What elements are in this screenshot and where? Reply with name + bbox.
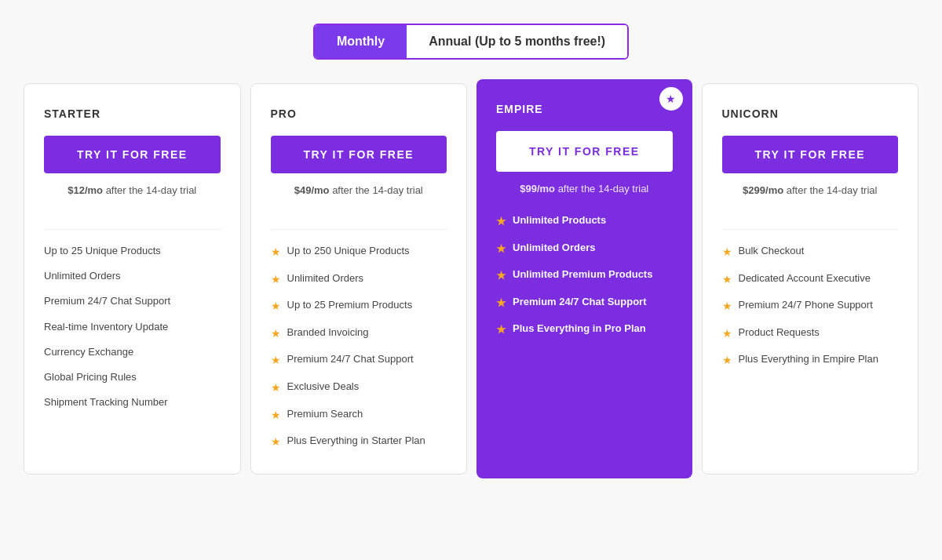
monthly-toggle-btn[interactable]: Monthly xyxy=(315,25,407,58)
feature-text: Premium 24/7 Chat Support xyxy=(287,352,414,366)
cta-button-pro[interactable]: TRY IT FOR FREE xyxy=(271,136,447,173)
star-icon: ★ xyxy=(496,268,506,284)
feature-text: Premium 24/7 Chat Support xyxy=(44,294,170,308)
feature-text: Currency Exchange xyxy=(44,345,133,359)
features-list-starter: Up to 25 Unique ProductsUnlimited Orders… xyxy=(44,244,221,409)
feature-item: Premium 24/7 Chat Support xyxy=(44,294,221,308)
feature-item: ★Unlimited Products xyxy=(496,213,673,230)
feature-text: Exclusive Deals xyxy=(287,380,360,394)
star-icon: ★ xyxy=(271,408,281,424)
star-icon: ★ xyxy=(722,326,732,342)
feature-item: ★Unlimited Premium Products xyxy=(496,267,673,284)
price-note-empire: $99/mo after the 14-day trial xyxy=(496,183,673,195)
plan-name-starter: STARTER xyxy=(44,107,221,120)
feature-text: Premium Search xyxy=(287,407,363,421)
feature-text: Dedicated Account Executive xyxy=(739,271,871,285)
feature-text: Up to 250 Unique Products xyxy=(287,244,410,258)
cta-button-starter[interactable]: TRY IT FOR FREE xyxy=(44,136,221,173)
feature-item: ★Product Requests xyxy=(722,325,899,342)
feature-item: ★Plus Everything in Starter Plan xyxy=(271,434,447,450)
feature-item: ★Exclusive Deals xyxy=(271,380,447,396)
feature-item: ★Up to 25 Premium Products xyxy=(271,298,447,315)
feature-item: ★Plus Everything in Empire Plan xyxy=(722,352,899,369)
feature-item: ★Premium 24/7 Chat Support xyxy=(496,295,673,311)
star-icon: ★ xyxy=(496,296,506,311)
feature-item: Unlimited Orders xyxy=(44,269,221,283)
star-icon: ★ xyxy=(722,299,732,315)
plan-name-pro: PRO xyxy=(271,107,447,120)
feature-item: Shipment Tracking Number xyxy=(44,395,221,409)
divider-starter xyxy=(44,229,221,230)
feature-item: ★Premium 24/7 Phone Support xyxy=(722,298,899,315)
plan-card-pro: PROTRY IT FOR FREE$49/mo after the 14-da… xyxy=(250,83,468,475)
star-icon: ★ xyxy=(496,322,506,338)
feature-item: Global Pricing Rules xyxy=(44,370,221,384)
feature-item: ★Dedicated Account Executive xyxy=(722,271,899,288)
feature-text: Real-time Inventory Update xyxy=(44,320,168,334)
feature-text: Plus Everything in Pro Plan xyxy=(513,322,646,336)
feature-text: Branded Invoicing xyxy=(287,325,369,340)
star-icon: ★ xyxy=(271,380,281,396)
feature-item: ★Premium 24/7 Chat Support xyxy=(271,352,447,369)
feature-item: ★Branded Invoicing xyxy=(271,325,447,342)
star-icon: ★ xyxy=(722,353,732,369)
star-icon: ★ xyxy=(271,353,281,369)
feature-text: Product Requests xyxy=(739,325,820,340)
star-icon: ★ xyxy=(271,435,281,450)
feature-text: Unlimited Premium Products xyxy=(513,267,652,282)
star-icon: ★ xyxy=(271,272,281,288)
feature-text: Bulk Checkout xyxy=(739,244,805,258)
feature-text: Premium 24/7 Phone Support xyxy=(739,298,873,312)
star-icon: ★ xyxy=(271,326,281,342)
feature-text: Unlimited Orders xyxy=(287,271,364,285)
feature-item: ★Unlimited Orders xyxy=(496,241,673,257)
feature-item: ★Bulk Checkout xyxy=(722,244,899,260)
feature-text: Up to 25 Premium Products xyxy=(287,298,413,312)
features-list-pro: ★Up to 250 Unique Products★Unlimited Ord… xyxy=(271,244,447,450)
feature-item: Real-time Inventory Update xyxy=(44,320,221,334)
billing-toggle: Monthly Annual (Up to 5 months free!) xyxy=(313,24,629,60)
featured-badge: ★ xyxy=(659,87,683,111)
feature-text: Unlimited Products xyxy=(513,213,606,227)
star-icon: ★ xyxy=(271,299,281,315)
feature-text: Premium 24/7 Chat Support xyxy=(513,295,646,309)
divider-unicorn xyxy=(722,229,899,230)
feature-text: Shipment Tracking Number xyxy=(44,395,168,409)
feature-text: Global Pricing Rules xyxy=(44,370,137,384)
price-note-unicorn: $299/mo after the 14-day trial xyxy=(722,184,899,196)
feature-text: Up to 25 Unique Products xyxy=(44,244,161,258)
feature-text: Plus Everything in Empire Plan xyxy=(739,352,878,366)
star-icon: ★ xyxy=(722,245,732,260)
feature-item: ★Premium Search xyxy=(271,407,447,424)
annual-toggle-btn[interactable]: Annual (Up to 5 months free!) xyxy=(407,25,627,58)
feature-item: ★Up to 250 Unique Products xyxy=(271,244,447,260)
features-list-empire: ★Unlimited Products★Unlimited Orders★Unl… xyxy=(496,213,673,338)
cta-button-empire[interactable]: TRY IT FOR FREE xyxy=(496,131,673,172)
star-icon: ★ xyxy=(496,214,506,230)
feature-text: Plus Everything in Starter Plan xyxy=(287,434,425,448)
feature-item: Up to 25 Unique Products xyxy=(44,244,221,258)
divider-pro xyxy=(271,229,447,230)
feature-item: ★Plus Everything in Pro Plan xyxy=(496,322,673,338)
plans-container: STARTERTRY IT FOR FREE$12/mo after the 1… xyxy=(24,83,918,475)
price-note-starter: $12/mo after the 14-day trial xyxy=(44,184,221,196)
plan-card-starter: STARTERTRY IT FOR FREE$12/mo after the 1… xyxy=(24,83,241,475)
feature-item: ★Unlimited Orders xyxy=(271,271,447,288)
feature-item: Currency Exchange xyxy=(44,345,221,359)
features-list-unicorn: ★Bulk Checkout★Dedicated Account Executi… xyxy=(722,244,899,369)
cta-button-unicorn[interactable]: TRY IT FOR FREE xyxy=(722,136,899,173)
star-icon: ★ xyxy=(271,245,281,260)
feature-text: Unlimited Orders xyxy=(513,241,595,255)
price-note-pro: $49/mo after the 14-day trial xyxy=(271,184,447,196)
plan-name-unicorn: UNICORN xyxy=(722,107,899,120)
plan-name-empire: EMPIRE xyxy=(496,103,673,115)
plan-card-empire: ★EMPIRETRY IT FOR FREE$99/mo after the 1… xyxy=(476,79,692,478)
star-icon: ★ xyxy=(722,272,732,288)
feature-text: Unlimited Orders xyxy=(44,269,121,283)
plan-card-unicorn: UNICORNTRY IT FOR FREE$299/mo after the … xyxy=(702,83,919,475)
star-icon: ★ xyxy=(496,242,506,257)
